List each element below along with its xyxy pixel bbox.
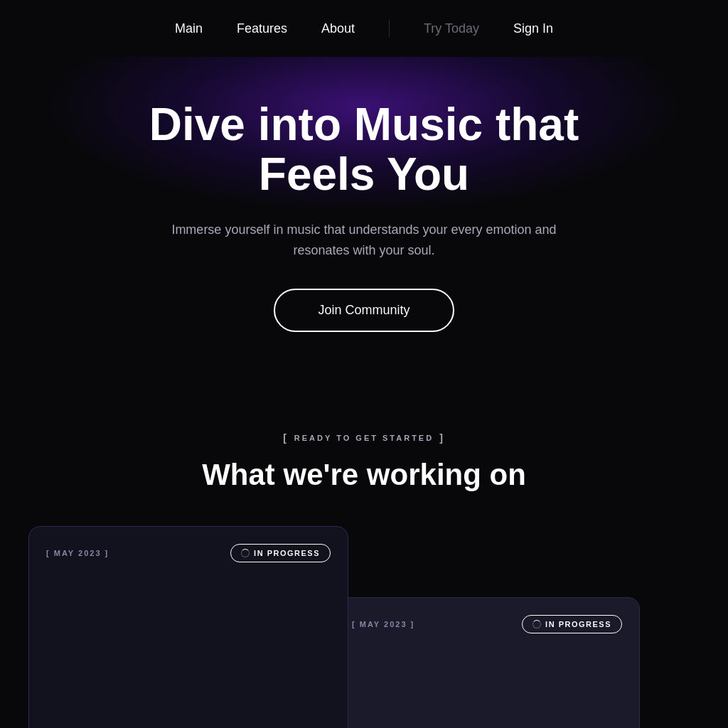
working-section: [ READY TO GET STARTED ] What we're work…: [0, 389, 728, 492]
cards-row: [ MAY 2023 ] IN PROGRESS [ MAY 2023 ] IN…: [0, 526, 728, 728]
card-right-status-badge: IN PROGRESS: [522, 615, 622, 633]
card-right-date-bracket-close: ]: [407, 620, 415, 628]
card-right-date-text: MAY 2023: [360, 620, 407, 628]
nav-sign-in[interactable]: Sign In: [513, 21, 553, 36]
section-badge: [ READY TO GET STARTED ]: [283, 432, 445, 444]
card-left-date-bracket-open: [: [46, 549, 54, 557]
hero-subtitle: Immerse yourself in music that understan…: [165, 220, 563, 261]
spinner-icon-left: [241, 549, 250, 557]
card-left-date-bracket-close: ]: [102, 549, 109, 557]
card-left-status-text: IN PROGRESS: [254, 549, 320, 557]
header: Main Features About Try Today Sign In: [0, 0, 728, 57]
join-community-button[interactable]: Join Community: [274, 289, 454, 332]
hero-title: Dive into Music that Feels You: [87, 100, 641, 200]
card-right-date: [ MAY 2023 ]: [352, 620, 414, 628]
card-right-header: [ MAY 2023 ] IN PROGRESS: [352, 615, 622, 633]
badge-bracket-close: ]: [439, 432, 445, 444]
card-right-date-bracket-open: [: [352, 620, 360, 628]
card-left-header: [ MAY 2023 ] IN PROGRESS: [46, 544, 331, 562]
main-nav: Main Features About Try Today Sign In: [175, 20, 553, 37]
nav-features[interactable]: Features: [237, 21, 287, 36]
hero-section: Dive into Music that Feels You Immerse y…: [0, 57, 728, 389]
card-left: [ MAY 2023 ] IN PROGRESS: [28, 526, 348, 728]
card-left-date-text: MAY 2023: [54, 549, 102, 557]
badge-bracket-open: [: [283, 432, 289, 444]
card-left-date: [ MAY 2023 ]: [46, 549, 109, 557]
spinner-icon-right: [532, 620, 541, 628]
card-left-status-badge: IN PROGRESS: [230, 544, 331, 562]
card-right: [ MAY 2023 ] IN PROGRESS: [334, 597, 640, 728]
section-title: What we're working on: [43, 458, 685, 492]
nav-about[interactable]: About: [321, 21, 355, 36]
nav-main[interactable]: Main: [175, 21, 203, 36]
card-right-status-text: IN PROGRESS: [545, 620, 611, 628]
nav-divider: [389, 20, 390, 37]
badge-text: READY TO GET STARTED: [294, 434, 434, 442]
nav-try-today[interactable]: Try Today: [424, 21, 479, 36]
